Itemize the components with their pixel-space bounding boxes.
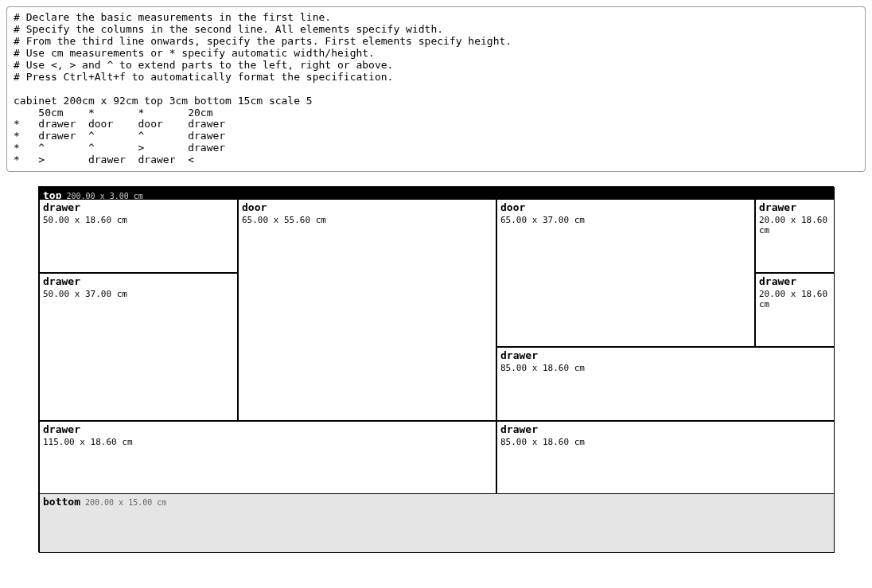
part-label: drawer [759,275,831,287]
cabinet-part-drawer: drawer85.00 x 18.60 cm [496,421,835,495]
part-label: drawer [500,349,831,361]
part-label: drawer [43,201,234,213]
cabinet-part-drawer: drawer20.00 x 18.60 cm [755,273,835,347]
part-dims: 20.00 x 18.60 cm [759,215,831,236]
part-dims: 85.00 x 18.60 cm [500,363,831,373]
part-dims: 20.00 x 18.60 cm [759,289,831,310]
part-label: drawer [43,423,492,435]
part-dims: 65.00 x 55.60 cm [242,215,492,225]
part-dims: 85.00 x 18.60 cm [500,437,831,447]
cabinet-bottom: bottom200.00 x 15.00 cm [39,493,835,553]
spec-text: # Declare the basic measurements in the … [14,11,512,165]
cabinet-part-drawer: drawer85.00 x 18.60 cm [496,347,835,421]
cabinet-top: top200.00 x 3.00 cm [39,187,835,199]
part-dims: 115.00 x 18.60 cm [43,437,492,447]
cabinet-part-drawer: drawer115.00 x 18.60 cm [39,421,496,495]
bottom-dims: 200.00 x 15.00 cm [85,498,166,507]
part-label: door [242,201,492,213]
cabinet-part-drawer: drawer50.00 x 37.00 cm [39,273,238,421]
cabinet-preview-container: top200.00 x 3.00 cmdrawer50.00 x 18.60 c… [6,186,866,552]
part-label: drawer [43,275,234,287]
part-dims: 65.00 x 37.00 cm [500,215,751,225]
cabinet-part-door: door65.00 x 37.00 cm [496,199,755,347]
part-label: drawer [500,423,831,435]
cabinet-part-drawer: drawer20.00 x 18.60 cm [755,199,835,273]
cabinet-preview: top200.00 x 3.00 cmdrawer50.00 x 18.60 c… [38,186,834,552]
part-label: door [500,201,751,213]
specification-textarea[interactable]: # Declare the basic measurements in the … [6,6,866,172]
part-dims: 50.00 x 18.60 cm [43,215,234,225]
bottom-label: bottom [43,496,80,508]
part-dims: 50.00 x 37.00 cm [43,289,234,299]
cabinet-part-drawer: drawer50.00 x 18.60 cm [39,199,238,273]
part-label: drawer [759,201,831,213]
cabinet-part-door: door65.00 x 55.60 cm [238,199,496,421]
